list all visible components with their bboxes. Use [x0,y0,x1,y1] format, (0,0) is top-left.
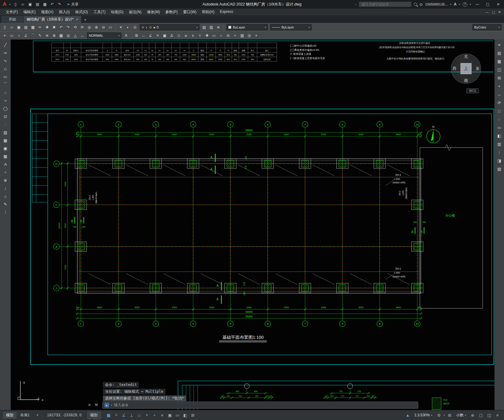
linetype-combo[interactable]: ByLayer▾ [270,24,312,30]
gradient-tool[interactable]: ▩ [2,137,9,144]
line-tool[interactable]: ╱ [2,41,9,48]
point-tool[interactable]: ∙ [2,121,9,128]
plot-icon[interactable]: ▦ [30,24,36,31]
menu-item-参数(P)[interactable]: 参数(P) [163,9,180,15]
polyline-tool[interactable]: ∿ [2,57,9,64]
visual-style-icon[interactable]: ◧ [496,132,503,139]
dim-linear-icon[interactable]: ↔ [140,32,147,39]
autodesk-assistant-icon[interactable]: A [454,2,457,6]
circle-icon[interactable]: ○ [16,32,22,39]
dim-angular-icon[interactable]: ∠ [147,32,154,39]
document-tab[interactable]: 钢结构厂房（10t吊车）设计* × [24,16,81,23]
command-input[interactable]: ▸ ▾ 键入命令 [102,402,418,409]
plus-minus-icon[interactable]: ± [190,32,196,39]
menu-item-修改(M)[interactable]: 修改(M) [144,9,163,15]
arc-tool[interactable]: ⌒ [2,81,9,88]
table-icon[interactable]: ▦ [58,32,64,39]
viewcube-south[interactable]: 南 [464,78,468,83]
viewport-icon[interactable]: □ [496,108,503,114]
insert-block-tool[interactable]: ⊡ [2,113,9,120]
viewcube[interactable]: 北 西 东 南 上 [451,54,481,84]
lock-ui-icon[interactable]: ▢ [477,412,484,418]
ortho-toggle[interactable]: ⊥ [128,412,135,418]
workspace-panel-icon[interactable]: ◨ [496,157,503,164]
polygon-tool[interactable]: ◇ [2,65,9,72]
menu-item-帮助(H)[interactable]: 帮助(H) [199,9,217,15]
base-tool[interactable]: ⌂ [2,193,9,199]
menu-item-Express[interactable]: Express [217,9,236,15]
polar-tracking-toggle[interactable]: ∠ [120,412,127,418]
open-file-icon[interactable]: ▱ [20,2,26,6]
multileader-icon[interactable]: ≈ [232,32,238,39]
menu-item-插入(I)[interactable]: 插入(I) [56,9,72,15]
layer-combo[interactable]: ☀◐⊙■0▾ [140,24,199,30]
osnap-tracking-toggle[interactable]: ⌖ [143,412,150,418]
menu-item-窗口(W)[interactable]: 窗口(W) [180,9,199,15]
dim-center-icon[interactable]: ✚ [204,32,210,39]
snap-toggle[interactable]: ⌗ [113,412,120,418]
layer-freeze-icon[interactable]: ◐ [125,24,131,31]
materials-panel-icon[interactable]: ▧ [496,165,503,172]
assistant-caret-icon[interactable]: ▾ [459,3,460,6]
orbit-icon[interactable]: ⟳ [79,24,85,31]
rectangle-tool[interactable]: ▭ [2,73,9,80]
tolerance-icon[interactable]: ∆ [169,32,175,39]
dim-break-icon[interactable]: ⊖ [225,32,231,39]
doc-close-icon[interactable]: ✕ [498,10,501,14]
plot-icon[interactable]: ▦ [42,2,48,6]
open-icon[interactable]: ▱ [9,24,15,31]
redo-icon[interactable]: ↷ [65,24,71,31]
redo-icon[interactable]: ↷ [56,2,63,6]
account-id[interactable]: 1505999135... [425,2,448,6]
viewcube-top-face[interactable]: 上 [460,63,472,74]
transparency-toggle[interactable]: ▣ [166,412,173,418]
mtext-tool[interactable]: A [2,161,9,168]
hatch-icon[interactable]: ≋ [44,32,50,39]
ellipse-tool[interactable]: ◯ [2,105,9,112]
annotation-scale-chip[interactable]: 1:1/100%▾ [412,412,434,418]
erase-icon[interactable]: ✖ [51,24,57,31]
zoom-out-icon[interactable]: ⊖ [100,24,107,31]
workspace-switch-icon[interactable]: ⚙ [435,412,442,418]
dynamic-ucs-toggle[interactable]: ⊞ [189,412,196,418]
grid-toggle[interactable]: ▦ [105,412,112,418]
circle-tool[interactable]: ○ [2,89,9,96]
model-paper-toggle[interactable]: 模型 [87,412,101,419]
mleader-style-icon[interactable]: ▨ [239,32,245,39]
angle-icon[interactable]: ∠ [23,32,29,39]
annotation-visibility-icon[interactable]: ▲ [404,412,411,418]
menu-item-格式(O)[interactable]: 格式(O) [73,9,91,15]
sheetset-panel-icon[interactable]: ◫ [496,66,503,73]
undo-icon[interactable]: ↶ [58,24,64,31]
dim-diameter-icon[interactable]: ◇ [176,32,182,39]
selection-cycling-toggle[interactable]: ▭ [174,412,181,418]
dim-baseline-icon[interactable]: ≡ [154,32,161,39]
copy-icon[interactable]: ✚ [44,24,50,31]
minimize-button[interactable]: — [473,2,481,6]
quick-properties-icon[interactable]: ⊕ [469,412,476,418]
qdim-icon[interactable]: ◎ [246,32,252,39]
search-input[interactable] [359,2,411,7]
model-space-tab[interactable]: 模型 [3,412,17,419]
named-views-icon[interactable]: ▭ [496,124,503,131]
compare-icon[interactable]: ↔ [496,91,503,98]
search-expand-icon[interactable]: › [355,2,356,6]
divide-tool[interactable]: ÷ [2,169,9,176]
dim-update-icon[interactable]: ⌖ [253,32,260,39]
combo-caret-icon[interactable]: ▾ [265,26,266,29]
viewcube-north[interactable]: 北 [464,54,468,59]
menu-item-工具(T)[interactable]: 工具(T) [91,9,108,15]
insert-block-icon[interactable]: ⊕ [51,32,57,39]
edit-text-icon[interactable]: ✎ [37,32,43,39]
dim-circle-icon[interactable]: ○ [218,32,224,39]
lineweight-toggle[interactable]: ≡ [159,412,166,418]
center-mark-icon[interactable]: ◎ [65,32,71,39]
wcs-indicator[interactable]: WCS [467,89,479,93]
new-file-icon[interactable]: ▯ [12,2,18,6]
qnew-icon[interactable]: ▯ [2,24,8,31]
stretch-icon[interactable]: ↔ [79,32,85,39]
layer-on-icon[interactable]: ☀ [118,24,124,31]
layout1-tab[interactable]: 布局1 [17,412,33,419]
plotstyle-combo[interactable]: ByColor▾ [472,24,502,30]
dim-tool-icon[interactable]: ⌖ [2,32,8,39]
